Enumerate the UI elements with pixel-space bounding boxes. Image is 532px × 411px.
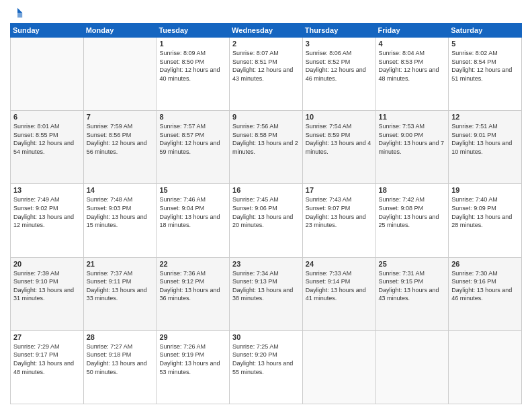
calendar-header-monday: Monday bbox=[83, 24, 157, 38]
day-info: Sunrise: 7:59 AM Sunset: 8:56 PM Dayligh… bbox=[87, 122, 154, 156]
day-number: 17 bbox=[306, 186, 373, 194]
calendar-cell: 11Sunrise: 7:53 AM Sunset: 9:00 PM Dayli… bbox=[375, 111, 449, 184]
calendar-cell: 30Sunrise: 7:25 AM Sunset: 9:20 PM Dayli… bbox=[230, 330, 303, 404]
calendar-header-sunday: Sunday bbox=[11, 24, 84, 38]
day-info: Sunrise: 7:48 AM Sunset: 9:03 PM Dayligh… bbox=[87, 195, 154, 229]
calendar-cell: 12Sunrise: 7:51 AM Sunset: 9:01 PM Dayli… bbox=[449, 111, 522, 184]
calendar-cell: 6Sunrise: 8:01 AM Sunset: 8:55 PM Daylig… bbox=[11, 111, 84, 184]
calendar-cell: 19Sunrise: 7:40 AM Sunset: 9:09 PM Dayli… bbox=[449, 184, 522, 257]
day-info: Sunrise: 7:57 AM Sunset: 8:57 PM Dayligh… bbox=[159, 122, 226, 156]
page: SundayMondayTuesdayWednesdayThursdayFrid… bbox=[0, 0, 532, 411]
calendar-cell: 8Sunrise: 7:57 AM Sunset: 8:57 PM Daylig… bbox=[157, 111, 230, 184]
day-number: 20 bbox=[13, 260, 81, 268]
calendar-cell: 5Sunrise: 8:02 AM Sunset: 8:54 PM Daylig… bbox=[449, 38, 522, 111]
day-info: Sunrise: 7:46 AM Sunset: 9:04 PM Dayligh… bbox=[159, 195, 226, 229]
day-number: 1 bbox=[159, 40, 226, 48]
calendar-cell: 26Sunrise: 7:30 AM Sunset: 9:16 PM Dayli… bbox=[449, 257, 522, 330]
calendar-cell: 10Sunrise: 7:54 AM Sunset: 8:59 PM Dayli… bbox=[302, 111, 375, 184]
day-info: Sunrise: 7:25 AM Sunset: 9:20 PM Dayligh… bbox=[232, 342, 300, 376]
day-info: Sunrise: 7:56 AM Sunset: 8:58 PM Dayligh… bbox=[232, 122, 300, 156]
calendar-cell: 17Sunrise: 7:43 AM Sunset: 9:07 PM Dayli… bbox=[302, 184, 375, 257]
logo bbox=[10, 7, 24, 19]
day-info: Sunrise: 7:39 AM Sunset: 9:10 PM Dayligh… bbox=[13, 269, 81, 303]
calendar-cell: 3Sunrise: 8:06 AM Sunset: 8:52 PM Daylig… bbox=[302, 38, 375, 111]
calendar-cell bbox=[375, 330, 449, 404]
day-number: 5 bbox=[451, 40, 519, 48]
calendar-cell bbox=[11, 38, 84, 111]
day-number: 23 bbox=[232, 260, 300, 268]
day-info: Sunrise: 7:36 AM Sunset: 9:12 PM Dayligh… bbox=[159, 269, 226, 303]
day-number: 18 bbox=[379, 186, 446, 194]
day-info: Sunrise: 7:37 AM Sunset: 9:11 PM Dayligh… bbox=[87, 269, 154, 303]
day-number: 28 bbox=[87, 333, 154, 341]
calendar-header-thursday: Thursday bbox=[302, 24, 375, 38]
day-number: 2 bbox=[232, 40, 300, 48]
day-number: 14 bbox=[87, 186, 154, 194]
calendar-cell: 9Sunrise: 7:56 AM Sunset: 8:58 PM Daylig… bbox=[230, 111, 303, 184]
calendar-cell bbox=[302, 330, 375, 404]
day-number: 6 bbox=[13, 113, 81, 121]
day-number: 21 bbox=[87, 260, 154, 268]
day-number: 8 bbox=[159, 113, 226, 121]
calendar-cell: 28Sunrise: 7:27 AM Sunset: 9:18 PM Dayli… bbox=[83, 330, 157, 404]
day-info: Sunrise: 7:51 AM Sunset: 9:01 PM Dayligh… bbox=[451, 122, 519, 156]
calendar-header-saturday: Saturday bbox=[449, 24, 522, 38]
calendar-cell: 25Sunrise: 7:31 AM Sunset: 9:15 PM Dayli… bbox=[375, 257, 449, 330]
day-info: Sunrise: 7:53 AM Sunset: 9:00 PM Dayligh… bbox=[379, 122, 446, 156]
svg-marker-1 bbox=[17, 13, 22, 17]
day-info: Sunrise: 7:29 AM Sunset: 9:17 PM Dayligh… bbox=[13, 342, 81, 376]
day-info: Sunrise: 8:01 AM Sunset: 8:55 PM Dayligh… bbox=[13, 122, 81, 156]
day-info: Sunrise: 8:07 AM Sunset: 8:51 PM Dayligh… bbox=[232, 49, 300, 83]
day-number: 24 bbox=[306, 260, 373, 268]
day-info: Sunrise: 8:04 AM Sunset: 8:53 PM Dayligh… bbox=[379, 49, 446, 83]
day-info: Sunrise: 7:40 AM Sunset: 9:09 PM Dayligh… bbox=[451, 195, 519, 229]
day-number: 16 bbox=[232, 186, 300, 194]
day-number: 19 bbox=[451, 186, 519, 194]
calendar-cell: 13Sunrise: 7:49 AM Sunset: 9:02 PM Dayli… bbox=[11, 184, 84, 257]
day-info: Sunrise: 7:34 AM Sunset: 9:13 PM Dayligh… bbox=[232, 269, 300, 303]
day-number: 13 bbox=[13, 186, 81, 194]
calendar-cell: 2Sunrise: 8:07 AM Sunset: 8:51 PM Daylig… bbox=[230, 38, 303, 111]
day-number: 3 bbox=[306, 40, 373, 48]
calendar-header-row: SundayMondayTuesdayWednesdayThursdayFrid… bbox=[11, 24, 522, 38]
calendar-cell: 21Sunrise: 7:37 AM Sunset: 9:11 PM Dayli… bbox=[83, 257, 157, 330]
calendar-cell: 24Sunrise: 7:33 AM Sunset: 9:14 PM Dayli… bbox=[302, 257, 375, 330]
day-info: Sunrise: 7:43 AM Sunset: 9:07 PM Dayligh… bbox=[306, 195, 373, 229]
calendar-cell: 14Sunrise: 7:48 AM Sunset: 9:03 PM Dayli… bbox=[83, 184, 157, 257]
calendar-cell: 27Sunrise: 7:29 AM Sunset: 9:17 PM Dayli… bbox=[11, 330, 84, 404]
calendar-cell: 7Sunrise: 7:59 AM Sunset: 8:56 PM Daylig… bbox=[83, 111, 157, 184]
svg-marker-0 bbox=[17, 8, 22, 13]
calendar-header-tuesday: Tuesday bbox=[157, 24, 230, 38]
header bbox=[10, 7, 522, 19]
day-info: Sunrise: 7:54 AM Sunset: 8:59 PM Dayligh… bbox=[306, 122, 373, 156]
day-number: 15 bbox=[159, 186, 226, 194]
calendar-week-row: 1Sunrise: 8:09 AM Sunset: 8:50 PM Daylig… bbox=[11, 38, 522, 111]
day-info: Sunrise: 8:06 AM Sunset: 8:52 PM Dayligh… bbox=[306, 49, 373, 83]
day-number: 22 bbox=[159, 260, 226, 268]
day-number: 25 bbox=[379, 260, 446, 268]
day-info: Sunrise: 8:09 AM Sunset: 8:50 PM Dayligh… bbox=[159, 49, 226, 83]
day-info: Sunrise: 7:30 AM Sunset: 9:16 PM Dayligh… bbox=[451, 269, 519, 303]
day-info: Sunrise: 8:02 AM Sunset: 8:54 PM Dayligh… bbox=[451, 49, 519, 83]
calendar-table: SundayMondayTuesdayWednesdayThursdayFrid… bbox=[10, 23, 522, 404]
day-number: 4 bbox=[379, 40, 446, 48]
day-info: Sunrise: 7:45 AM Sunset: 9:06 PM Dayligh… bbox=[232, 195, 300, 229]
day-number: 27 bbox=[13, 333, 81, 341]
day-number: 9 bbox=[232, 113, 300, 121]
calendar-cell bbox=[83, 38, 157, 111]
calendar-cell: 29Sunrise: 7:26 AM Sunset: 9:19 PM Dayli… bbox=[157, 330, 230, 404]
calendar-cell: 20Sunrise: 7:39 AM Sunset: 9:10 PM Dayli… bbox=[11, 257, 84, 330]
day-number: 11 bbox=[379, 113, 446, 121]
day-number: 29 bbox=[159, 333, 226, 341]
calendar-header-friday: Friday bbox=[375, 24, 449, 38]
calendar-week-row: 6Sunrise: 8:01 AM Sunset: 8:55 PM Daylig… bbox=[11, 111, 522, 184]
day-info: Sunrise: 7:31 AM Sunset: 9:15 PM Dayligh… bbox=[379, 269, 446, 303]
day-info: Sunrise: 7:42 AM Sunset: 9:08 PM Dayligh… bbox=[379, 195, 446, 229]
calendar-cell bbox=[449, 330, 522, 404]
day-info: Sunrise: 7:26 AM Sunset: 9:19 PM Dayligh… bbox=[159, 342, 226, 376]
calendar-header-wednesday: Wednesday bbox=[230, 24, 303, 38]
calendar-cell: 1Sunrise: 8:09 AM Sunset: 8:50 PM Daylig… bbox=[157, 38, 230, 111]
calendar-week-row: 27Sunrise: 7:29 AM Sunset: 9:17 PM Dayli… bbox=[11, 330, 522, 404]
day-number: 7 bbox=[87, 113, 154, 121]
calendar-week-row: 13Sunrise: 7:49 AM Sunset: 9:02 PM Dayli… bbox=[11, 184, 522, 257]
